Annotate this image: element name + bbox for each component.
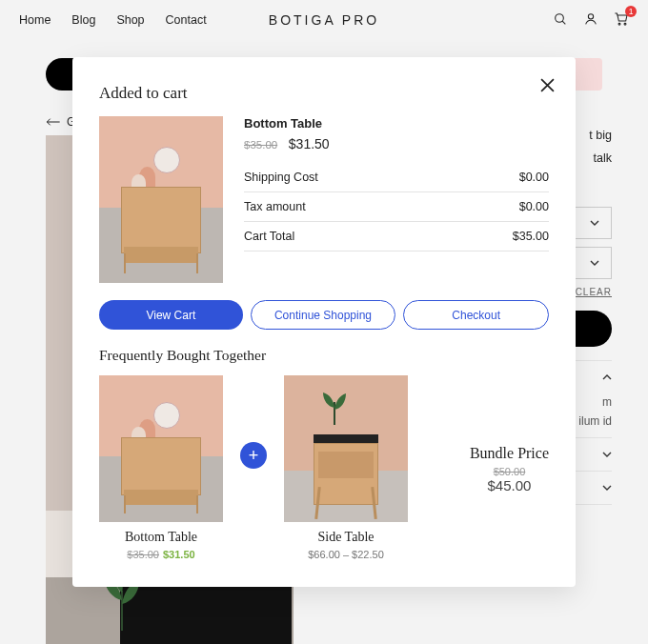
product-price: $31.50 xyxy=(289,136,330,151)
added-to-cart-modal: Added to cart Bottom Table $35.00 $31.50… xyxy=(72,57,576,587)
nav-home[interactable]: Home xyxy=(19,13,51,27)
product-old-price: $35.00 xyxy=(244,139,277,151)
product-name: Bottom Table xyxy=(244,116,549,131)
fbt-item-1-name: Bottom Table xyxy=(99,530,223,545)
account-icon[interactable] xyxy=(583,11,598,30)
total-label: Cart Total xyxy=(244,230,294,243)
chevron-up-icon xyxy=(602,374,612,380)
bundle-new-price: $45.00 xyxy=(470,477,549,493)
modal-title: Added to cart xyxy=(99,84,549,103)
bundle-price-box: Bundle Price $50.00 $45.00 xyxy=(456,443,549,493)
svg-point-4 xyxy=(624,23,626,25)
continue-shopping-button[interactable]: Continue Shopping xyxy=(251,300,396,330)
site-logo: BOTIGA PRO xyxy=(269,12,379,28)
fbt-item-2-name: Side Table xyxy=(284,530,408,545)
site-header: Home Blog Shop Contact BOTIGA PRO 1 xyxy=(0,0,648,40)
plus-icon: + xyxy=(240,442,267,469)
chevron-down-icon xyxy=(602,452,612,457)
nav-blog[interactable]: Blog xyxy=(71,13,95,27)
chevron-down-icon xyxy=(590,220,599,226)
svg-point-3 xyxy=(618,23,620,25)
back-link[interactable]: G xyxy=(46,115,75,129)
fbt-item-1-old-price: $35.00 xyxy=(127,549,159,560)
svg-point-0 xyxy=(556,13,564,22)
close-button[interactable] xyxy=(540,78,555,95)
shipping-label: Shipping Cost xyxy=(244,171,318,184)
tax-value: $0.00 xyxy=(519,200,549,213)
svg-point-2 xyxy=(588,13,593,18)
bundle-price-label: Bundle Price xyxy=(470,445,549,462)
close-icon xyxy=(540,78,555,92)
shipping-value: $0.00 xyxy=(519,171,549,184)
product-thumbnail xyxy=(99,116,223,283)
bundle-old-price: $50.00 xyxy=(470,466,549,477)
cart-badge: 1 xyxy=(625,6,637,17)
nav-shop[interactable]: Shop xyxy=(116,13,144,27)
fbt-item-1[interactable]: Bottom Table $35.00$31.50 xyxy=(99,375,223,560)
svg-line-1 xyxy=(562,21,565,24)
total-value: $35.00 xyxy=(513,230,549,243)
fbt-item-2-image xyxy=(284,375,408,522)
fbt-item-1-image xyxy=(99,375,223,522)
nav-contact[interactable]: Contact xyxy=(166,13,207,27)
chevron-down-icon xyxy=(602,485,612,491)
chevron-down-icon xyxy=(590,260,599,266)
fbt-item-2[interactable]: Side Table $66.00 – $22.50 xyxy=(284,375,408,560)
primary-nav: Home Blog Shop Contact xyxy=(19,13,207,27)
fbt-item-1-new-price: $31.50 xyxy=(163,549,195,560)
checkout-button[interactable]: Checkout xyxy=(403,300,549,330)
view-cart-button[interactable]: View Cart xyxy=(99,300,243,330)
fbt-heading: Frequently Bought Together xyxy=(99,347,549,364)
search-icon[interactable] xyxy=(553,11,568,30)
cart-icon[interactable]: 1 xyxy=(614,11,629,30)
tax-label: Tax amount xyxy=(244,200,306,213)
fbt-item-2-price-range: $66.00 – $22.50 xyxy=(284,549,408,560)
